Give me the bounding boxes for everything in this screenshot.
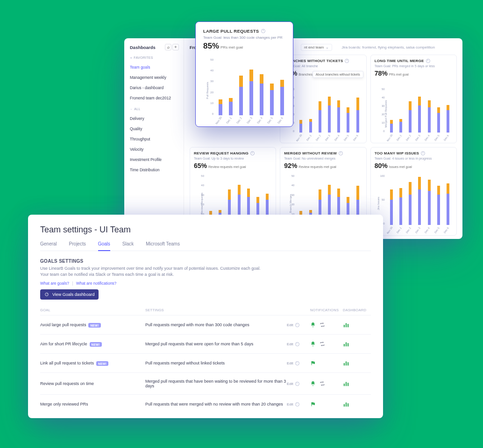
sidebar-favorites-list: Team goalsManagement weeklyDarius - dash… <box>130 62 179 103</box>
edit-link[interactable]: Edit <box>287 323 293 327</box>
team-selector[interactable]: nt end team ⌄ <box>301 44 332 51</box>
tile-pct: 65% <box>194 162 207 169</box>
goal-name: Avoid large pull requests <box>40 322 86 327</box>
info-icon[interactable] <box>295 402 299 406</box>
info-icon[interactable] <box>261 29 265 33</box>
new-badge: NEW! <box>90 342 102 347</box>
sidebar: Dashboards ⌕ + ★ FAVORITES Team goalsMan… <box>124 38 184 239</box>
goal-settings-text: Pull requests merged without linked tick… <box>145 361 287 365</box>
sidebar-all-list: DeliveryQualityThroughputVelocityInvestm… <box>130 113 179 175</box>
svg-rect-2 <box>346 323 347 328</box>
goal-notifications <box>310 341 343 347</box>
tab-microsoft-teams[interactable]: Microsoft Teams <box>146 241 180 251</box>
goal-settings-text: Pull requests that were merged with no r… <box>145 402 287 406</box>
tile-chart: 50403020100Nov 30Dec 1Dec 2Dec 3Dec 4Dec… <box>282 88 364 140</box>
chevron-down-icon: ⌄ <box>326 45 329 49</box>
repeat-icon[interactable] <box>320 322 325 328</box>
tile-pct-label: Review requests met goal <box>298 165 336 168</box>
sidebar-item[interactable]: Throughput <box>130 134 179 144</box>
repeat-icon[interactable] <box>320 381 325 386</box>
tile-pct: 80% <box>375 162 388 169</box>
svg-rect-6 <box>348 343 348 346</box>
bell-icon[interactable] <box>310 381 316 386</box>
svg-rect-12 <box>348 383 348 386</box>
sidebar-item[interactable]: Time Distribution <box>130 165 179 175</box>
tab-goals[interactable]: Goals <box>98 241 110 251</box>
tile-chart: Jira Issues100500Nov 30Dec 1Dec 2Dec 3De… <box>373 175 455 232</box>
settings-tabs: GeneralProjectsGoalsSlackMicrosoft Teams <box>40 241 371 251</box>
sidebar-title: Dashboards <box>130 45 156 50</box>
link-what-are-notifications[interactable]: What are notifications? <box>76 281 116 286</box>
tile-pct-label: Review requests met goal <box>208 165 246 168</box>
goal-row: Merge only reviewed PRsPull requests tha… <box>40 394 371 413</box>
sidebar-item[interactable]: Fronend team dec2012 <box>130 93 179 103</box>
info-icon[interactable] <box>295 323 299 327</box>
flag-icon[interactable] <box>310 360 316 366</box>
sidebar-item[interactable]: Team goals <box>130 62 179 72</box>
edit-link[interactable]: Edit <box>287 402 293 406</box>
bell-icon[interactable] <box>310 341 316 347</box>
edit-link[interactable]: Edit <box>287 361 293 365</box>
popup-pct-label: PRs met goal <box>220 45 243 49</box>
info-icon[interactable] <box>339 151 343 155</box>
sidebar-item[interactable]: Darius - dashboard <box>130 83 179 93</box>
svg-rect-15 <box>348 403 348 406</box>
tile-goal: Team Goal: No unreviewed merges <box>284 157 362 160</box>
info-icon[interactable] <box>295 382 299 386</box>
goal-notifications <box>310 401 343 407</box>
goal-row: Review pull requests on timeMerged pull … <box>40 372 371 394</box>
info-icon[interactable] <box>345 59 349 63</box>
metric-tile[interactable]: TOO MANY WIP ISSUESTeam Goal: 4 issues o… <box>370 147 457 236</box>
goal-settings-text: Merged pull requests that were open for … <box>145 342 287 346</box>
popup-title: LARGE PULL REQUESTS <box>203 28 259 34</box>
bell-icon[interactable] <box>310 322 316 328</box>
info-icon[interactable] <box>426 59 430 63</box>
sidebar-item[interactable]: Quality <box>130 124 179 134</box>
info-icon[interactable] <box>295 342 299 346</box>
goal-dashboard-link[interactable] <box>343 401 371 407</box>
info-icon[interactable] <box>295 361 299 365</box>
sidebar-item[interactable]: Management weekly <box>130 72 179 83</box>
tile-goal: Team Goal: PRs merged in 5 days or less <box>375 64 453 68</box>
svg-rect-8 <box>346 362 347 366</box>
tile-chart: Merged Pull Requests50403020100Nov 30Dec… <box>373 88 455 140</box>
edit-link[interactable]: Edit <box>287 342 293 346</box>
sidebar-search-button[interactable]: ⌕ <box>165 44 171 50</box>
sidebar-category-favorites: ★ FAVORITES <box>130 56 179 59</box>
info-icon[interactable] <box>421 151 425 155</box>
view-goals-dashboard-button[interactable]: View Goals dashboard <box>40 289 99 300</box>
svg-rect-14 <box>346 403 347 407</box>
flag-icon[interactable] <box>310 401 316 407</box>
tab-general[interactable]: General <box>40 241 57 251</box>
section-description: Use LinearB Goals to track your improvem… <box>40 266 264 277</box>
goal-dashboard-link[interactable] <box>343 322 371 328</box>
sidebar-category-all: ⌄ ALL <box>130 107 179 111</box>
section-title: GOALS SETTINGS <box>40 259 371 264</box>
tile-title: LONG TIME UNTIL MERGE <box>375 59 424 63</box>
link-what-are-goals[interactable]: What are goals? <box>40 281 69 286</box>
metric-tile[interactable]: LONG TIME UNTIL MERGETeam Goal: PRs merg… <box>370 55 457 143</box>
repeat-icon[interactable] <box>320 341 325 347</box>
goal-dashboard-link[interactable] <box>343 380 371 387</box>
popup-goal: Team Goal: less than 300 code changes pe… <box>203 35 286 40</box>
sidebar-item[interactable]: Investment Profile <box>130 154 179 165</box>
tab-slack[interactable]: Slack <box>122 241 134 251</box>
tile-goal: Team Goal: All branche <box>284 64 362 68</box>
goal-name: Link all pull request to tickets <box>40 361 94 365</box>
info-icon[interactable] <box>250 151 255 155</box>
sidebar-item[interactable]: Delivery <box>130 113 179 124</box>
popup-chart: Pull Requests 50403020100Nov 30Dec 1Dec … <box>199 58 289 123</box>
goal-name: Merge only reviewed PRs <box>40 402 88 406</box>
sidebar-add-button[interactable]: + <box>172 44 179 50</box>
goal-dashboard-link[interactable] <box>343 360 371 366</box>
goal-row: Aim for short PR lifecycleNEW!Merged pul… <box>40 334 371 353</box>
sidebar-item[interactable]: Velocity <box>130 144 179 154</box>
tile-pct-label: PRs met goal <box>389 73 409 76</box>
edit-link[interactable]: Edit <box>287 382 293 386</box>
tab-projects[interactable]: Projects <box>69 241 86 251</box>
col-notifications: NOTIFICATIONS <box>310 308 343 312</box>
goal-settings-text: Merged pull requests that have been wait… <box>145 379 287 388</box>
tile-title: TOO MANY WIP ISSUES <box>375 151 419 155</box>
goal-dashboard-link[interactable] <box>343 341 371 347</box>
tile-goal: Team Goal: Up to 3 days to review <box>194 157 272 160</box>
